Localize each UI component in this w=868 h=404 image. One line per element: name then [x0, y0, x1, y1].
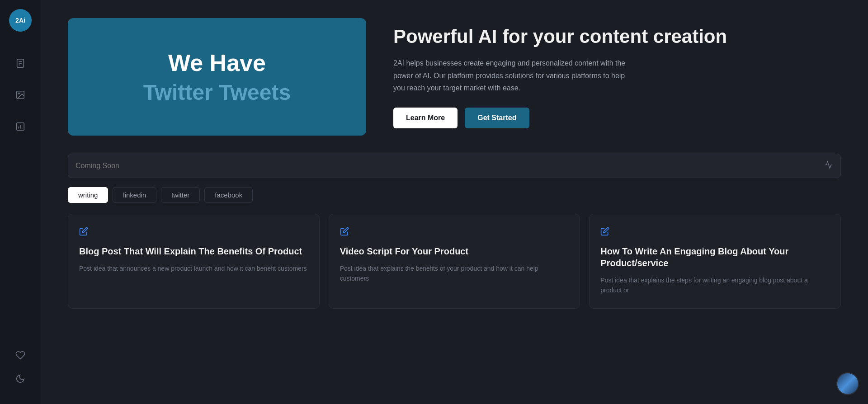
hero-banner-line2: Twitter Tweets [143, 80, 291, 105]
sidebar-bottom [15, 350, 25, 395]
chart-icon[interactable] [11, 117, 29, 136]
card-3-title: How To Write An Engaging Blog About Your… [600, 245, 830, 269]
tab-writing[interactable]: writing [68, 187, 108, 203]
edit-icon-2 [340, 227, 569, 238]
card-3-description: Post idea that explains the steps for wr… [600, 275, 830, 296]
activity-icon [824, 160, 833, 172]
hero-banner-line1: We Have [168, 49, 266, 76]
learn-more-button[interactable]: Learn More [393, 108, 458, 128]
card-2[interactable]: Video Script For Your Product Post idea … [329, 214, 580, 309]
search-section [68, 154, 841, 178]
search-bar [68, 154, 841, 178]
hero-text: Powerful AI for your content creation 2A… [393, 18, 841, 136]
tabs: writing linkedin twitter facebook [68, 187, 841, 203]
logo[interactable]: 2Ai [9, 9, 32, 32]
edit-icon-1 [79, 227, 308, 238]
tab-twitter[interactable]: twitter [161, 187, 200, 203]
avatar[interactable] [836, 372, 859, 395]
image-icon[interactable] [11, 86, 29, 104]
card-1-title: Blog Post That Will Explain The Benefits… [79, 245, 308, 257]
tab-facebook[interactable]: facebook [204, 187, 253, 203]
tab-linkedin[interactable]: linkedin [113, 187, 156, 203]
card-1-description: Post idea that announces a new product l… [79, 263, 308, 273]
hero-buttons: Learn More Get Started [393, 108, 841, 128]
document-icon[interactable] [11, 54, 29, 72]
heart-icon[interactable] [15, 350, 25, 362]
card-1[interactable]: Blog Post That Will Explain The Benefits… [68, 214, 320, 309]
sidebar: 2Ai [0, 0, 41, 404]
sidebar-nav [11, 54, 29, 337]
search-input[interactable] [75, 162, 824, 170]
svg-point-5 [18, 93, 19, 94]
edit-icon-3 [600, 227, 830, 238]
hero-section: We Have Twitter Tweets Powerful AI for y… [68, 18, 841, 136]
moon-icon[interactable] [15, 374, 25, 386]
cards-grid: Blog Post That Will Explain The Benefits… [68, 214, 841, 309]
card-3[interactable]: How To Write An Engaging Blog About Your… [589, 214, 841, 309]
hero-title: Powerful AI for your content creation [393, 25, 841, 48]
hero-banner: We Have Twitter Tweets [68, 18, 366, 136]
main-content: We Have Twitter Tweets Powerful AI for y… [41, 0, 868, 404]
hero-description: 2AI helps businesses create engaging and… [393, 57, 628, 94]
card-2-title: Video Script For Your Product [340, 245, 569, 257]
card-2-description: Post idea that explains the benefits of … [340, 263, 569, 284]
get-started-button[interactable]: Get Started [465, 108, 529, 128]
